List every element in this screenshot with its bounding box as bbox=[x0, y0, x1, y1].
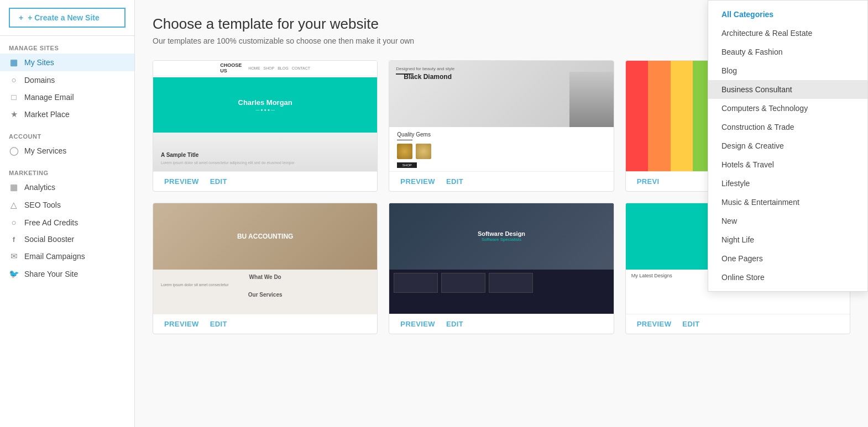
thumb-small-3 bbox=[489, 273, 533, 293]
template-actions-4: PREVIEW EDIT bbox=[153, 314, 377, 334]
sidebar-item-manage-email[interactable]: □ Manage Email bbox=[0, 88, 134, 106]
mail-icon: ✉ bbox=[9, 251, 19, 261]
category-item-all[interactable]: All Categories bbox=[708, 5, 867, 24]
thumb-small-1 bbox=[394, 273, 438, 293]
edit-button-5[interactable]: EDIT bbox=[446, 320, 463, 328]
main-content: Choose a template for your website Our t… bbox=[135, 0, 868, 427]
category-item-business[interactable]: Business Consultant bbox=[708, 80, 867, 99]
thumb-hands: BU ACCOUNTING bbox=[153, 203, 377, 270]
category-item-lifestyle[interactable]: Lifestyle bbox=[708, 174, 867, 193]
sidebar-item-social-booster[interactable]: f Social Booster bbox=[0, 231, 134, 247]
facebook-icon: f bbox=[9, 235, 19, 244]
category-item-design[interactable]: Design & Creative bbox=[708, 136, 867, 155]
edit-button-2[interactable]: EDIT bbox=[446, 177, 463, 186]
sidebar-item-share-your-site[interactable]: 🐦 Share Your Site bbox=[0, 265, 134, 283]
preview-button-3[interactable]: PREVI bbox=[637, 177, 660, 186]
twitter-icon: 🐦 bbox=[9, 269, 19, 279]
model-image bbox=[569, 72, 614, 127]
template-actions-1: PREVIEW EDIT bbox=[153, 171, 377, 191]
thumb-small-2 bbox=[441, 273, 485, 293]
sidebar: + + Create a New Site MANAGE SITES ▦ My … bbox=[0, 0, 135, 427]
triangle-icon: △ bbox=[9, 200, 19, 210]
header-left: Choose a template for your website Our t… bbox=[153, 15, 414, 47]
star-icon: ★ bbox=[9, 109, 19, 119]
category-item-architecture[interactable]: Architecture & Real Estate bbox=[708, 24, 867, 43]
template-actions-2: PREVIEW EDIT bbox=[389, 171, 613, 191]
template-thumb-4: BU ACCOUNTING What We Do Lorem ipsum dol… bbox=[153, 203, 377, 314]
template-thumb-2: Black Diamond Designed for beauty and st… bbox=[389, 61, 613, 171]
preview-button-2[interactable]: PREVIEW bbox=[400, 177, 435, 186]
template-card-2: Black Diamond Designed for beauty and st… bbox=[389, 60, 614, 192]
category-item-computers[interactable]: Computers & Technology bbox=[708, 99, 867, 118]
template-card-5: Software Design Software Specialists PRE… bbox=[389, 203, 614, 334]
globe-icon: ○ bbox=[9, 75, 19, 85]
sidebar-item-my-services[interactable]: ◯ My Services bbox=[0, 142, 134, 160]
sidebar-item-analytics[interactable]: ▦ Analytics bbox=[0, 178, 134, 196]
category-item-music[interactable]: Music & Entertainment bbox=[708, 193, 867, 212]
preview-button-1[interactable]: PREVIEW bbox=[164, 177, 199, 186]
categories-dropdown: All Categories Architecture & Real Estat… bbox=[708, 0, 868, 292]
page-title: Choose a template for your website bbox=[153, 15, 414, 33]
thumb-gems: Quality Gems SHOP bbox=[389, 127, 613, 171]
manage-sites-section-label: MANAGE SITES bbox=[0, 40, 134, 54]
category-item-hotels[interactable]: Hotels & Travel bbox=[708, 155, 867, 174]
person-icon: ◯ bbox=[9, 146, 19, 156]
bar-chart-icon: ▦ bbox=[9, 182, 19, 192]
create-new-site-button[interactable]: + + Create a New Site bbox=[9, 8, 126, 28]
category-item-online-store[interactable]: Online Store bbox=[708, 268, 867, 287]
account-section-label: ACCOUNT bbox=[0, 129, 134, 142]
preview-button-6[interactable]: PREVIEW bbox=[637, 320, 672, 328]
sidebar-item-market-place[interactable]: ★ Market Place bbox=[0, 106, 134, 123]
edit-button-4[interactable]: EDIT bbox=[210, 320, 227, 328]
thumb-nav-1: CHOOSEUS HOMESHOPBLOGCONTACT bbox=[153, 61, 377, 76]
sidebar-item-seo-tools[interactable]: △ SEO Tools bbox=[0, 196, 134, 214]
edit-button-1[interactable]: EDIT bbox=[210, 177, 227, 186]
template-thumb-1: CHOOSEUS HOMESHOPBLOGCONTACT Charles Mor… bbox=[153, 61, 377, 171]
marketing-section-label: MARKETING bbox=[0, 165, 134, 178]
thumb-teal-bar: Charles Morgan — ● ● ● — bbox=[153, 77, 377, 133]
template-actions-6: PREVIEW EDIT bbox=[626, 314, 850, 334]
circle-icon: ○ bbox=[9, 218, 19, 227]
template-actions-5: PREVIEW EDIT bbox=[389, 314, 613, 334]
sidebar-item-domains[interactable]: ○ Domains bbox=[0, 71, 134, 88]
category-item-blog[interactable]: Blog bbox=[708, 61, 867, 80]
grid-icon: ▦ bbox=[9, 57, 19, 67]
thumb-lady: Black Diamond Designed for beauty and st… bbox=[389, 61, 613, 127]
thumb-bottom-1: A Sample Title Lorem ipsum dolor sit ame… bbox=[153, 146, 377, 171]
edit-button-6[interactable]: EDIT bbox=[682, 320, 699, 328]
category-item-new[interactable]: New bbox=[708, 212, 867, 230]
template-thumb-5: Software Design Software Specialists bbox=[389, 203, 613, 314]
plus-icon: + bbox=[19, 13, 23, 22]
thumb-keyboard: Software Design Software Specialists bbox=[389, 203, 613, 270]
email-icon: □ bbox=[9, 92, 19, 102]
template-card-1: CHOOSEUS HOMESHOPBLOGCONTACT Charles Mor… bbox=[153, 60, 378, 192]
preview-button-4[interactable]: PREVIEW bbox=[164, 320, 199, 328]
category-item-nightlife[interactable]: Night Life bbox=[708, 230, 867, 249]
category-item-one-pagers[interactable]: One Pagers bbox=[708, 249, 867, 268]
category-item-construction[interactable]: Construction & Trade bbox=[708, 118, 867, 136]
sidebar-item-my-sites[interactable]: ▦ My Sites bbox=[0, 54, 134, 71]
page-subtitle: Our templates are 100% customizable so c… bbox=[153, 36, 414, 47]
preview-button-5[interactable]: PREVIEW bbox=[400, 320, 435, 328]
sidebar-item-email-campaigns[interactable]: ✉ Email Campaigns bbox=[0, 247, 134, 265]
category-item-beauty[interactable]: Beauty & Fashion bbox=[708, 43, 867, 61]
template-card-4: BU ACCOUNTING What We Do Lorem ipsum dol… bbox=[153, 203, 378, 334]
sidebar-item-free-ad-credits[interactable]: ○ Free Ad Credits bbox=[0, 214, 134, 231]
